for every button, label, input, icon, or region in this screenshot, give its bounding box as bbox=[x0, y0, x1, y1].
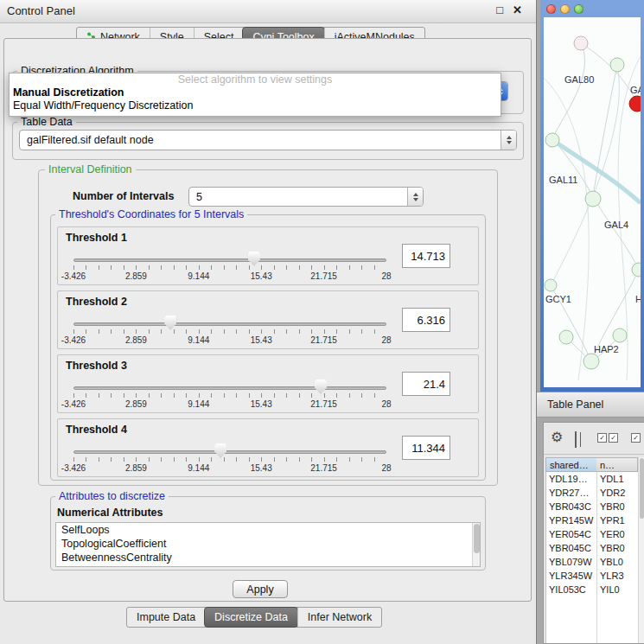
table-row-cell[interactable]: YIL053C bbox=[545, 583, 596, 596]
checkbox-icon[interactable]: ✓ bbox=[597, 433, 607, 443]
list-item-betweennesscentrality[interactable]: BetweennessCentrality bbox=[56, 551, 480, 564]
node[interactable] bbox=[613, 328, 627, 342]
tick-label: 15.43 bbox=[251, 463, 272, 473]
slider-handle[interactable] bbox=[248, 252, 260, 266]
combo-stepper-icon[interactable] bbox=[501, 131, 516, 150]
tick-label: 9.144 bbox=[188, 271, 209, 281]
table-row-cell[interactable]: YBL0 bbox=[596, 555, 638, 569]
tick-label: 15.43 bbox=[251, 271, 272, 281]
slider-track[interactable] bbox=[73, 386, 386, 390]
attributes-group-title: Attributes to discretize bbox=[55, 490, 169, 502]
column-header-shared-name[interactable]: shared… bbox=[545, 457, 597, 472]
minimize-traffic-light-icon[interactable] bbox=[560, 4, 570, 14]
control-panel-titlebar[interactable]: Control Panel □ ✕ bbox=[0, 0, 536, 23]
tab-infer-network[interactable]: Infer Network bbox=[297, 608, 381, 627]
table-row-cell[interactable]: YBR045C bbox=[545, 541, 596, 555]
node[interactable] bbox=[583, 354, 599, 369]
table-row-cell[interactable]: YLR3 bbox=[596, 569, 638, 583]
node[interactable] bbox=[585, 191, 601, 207]
slider-handle[interactable] bbox=[214, 443, 226, 458]
table-data-combobox[interactable]: galFiltered.sif default node bbox=[19, 130, 517, 150]
network-window-titlebar[interactable] bbox=[540, 0, 644, 17]
table-scrollbar-thumb[interactable] bbox=[640, 458, 644, 519]
table-row-cell[interactable]: YIL0 bbox=[596, 583, 638, 596]
table-row-cell[interactable]: YBR043C bbox=[545, 500, 596, 513]
threshold-name: Threshold 2 bbox=[66, 296, 127, 308]
checkbox-icon[interactable]: ✓ bbox=[631, 433, 641, 443]
selected-node[interactable] bbox=[629, 96, 641, 112]
popup-item-equal-width-frequency[interactable]: Equal Width/Frequency Discretization bbox=[10, 99, 501, 112]
threshold-panel-2: Threshold 2 -3.426 2.859 9.144 15.43 21.… bbox=[57, 290, 479, 349]
table-row-cell[interactable]: YBL079W bbox=[545, 555, 596, 569]
slider-ticks bbox=[73, 329, 386, 334]
popup-item-manual-discretization[interactable]: Manual Discretization bbox=[10, 86, 501, 99]
checkbox-icon[interactable]: ✓ bbox=[609, 433, 618, 443]
node[interactable] bbox=[545, 279, 557, 291]
node[interactable] bbox=[632, 263, 641, 277]
table-row-cell[interactable]: YDL1 bbox=[596, 472, 638, 486]
threshold-panel-1: Threshold 1 -3.426 2.859 9.144 15.43 21.… bbox=[57, 226, 479, 285]
tick-label: 15.43 bbox=[251, 399, 272, 409]
table-row-cell[interactable]: YER0 bbox=[596, 527, 638, 541]
float-window-icon[interactable]: □ bbox=[496, 3, 503, 16]
node[interactable] bbox=[574, 36, 588, 50]
number-of-intervals-combobox[interactable]: 5 bbox=[188, 187, 424, 207]
threshold-slider[interactable]: -3.426 2.859 9.144 15.43 21.715 28 bbox=[73, 378, 386, 412]
tick-label: -3.426 bbox=[61, 335, 86, 345]
table-row-cell[interactable]: YBR0 bbox=[596, 500, 638, 513]
column-header-name[interactable]: n… bbox=[596, 457, 638, 472]
gear-icon[interactable]: ⚙ bbox=[551, 429, 563, 445]
list-scrollbar[interactable] bbox=[472, 523, 480, 566]
slider-track[interactable] bbox=[73, 322, 386, 326]
list-scrollbar-thumb[interactable] bbox=[474, 524, 480, 553]
table-row-cell[interactable]: YPR1 bbox=[596, 513, 638, 527]
table-panel-header[interactable]: Table Panel bbox=[537, 392, 644, 418]
threshold-value-input[interactable] bbox=[402, 436, 450, 460]
slider-track[interactable] bbox=[73, 258, 386, 262]
tick-label: 9.144 bbox=[188, 335, 209, 345]
tick-label: -3.426 bbox=[61, 463, 86, 473]
node[interactable] bbox=[559, 330, 573, 344]
tick-label: 21.715 bbox=[310, 271, 337, 281]
table-row-cell[interactable]: YLR345W bbox=[545, 569, 596, 583]
node-label: HAP2 bbox=[594, 344, 619, 354]
network-canvas[interactable]: GAL80 GA GAL11 GAL4 GCY1 H HAP2 bbox=[544, 17, 641, 387]
slider-handle[interactable] bbox=[164, 316, 176, 330]
table-row-cell[interactable]: YDR27… bbox=[545, 486, 596, 500]
table-data-group-title: Table Data bbox=[17, 116, 76, 128]
list-item-topologicalcoefficient[interactable]: TopologicalCoefficient bbox=[56, 537, 480, 551]
window-title: Control Panel bbox=[7, 4, 75, 17]
tick-label: 15.43 bbox=[251, 335, 272, 345]
table-scrollbar[interactable] bbox=[638, 457, 644, 643]
threshold-slider[interactable]: -3.426 2.859 9.144 15.43 21.715 28 bbox=[73, 442, 386, 476]
slider-track[interactable] bbox=[73, 450, 386, 454]
table-row-cell[interactable]: YBR0 bbox=[596, 541, 638, 555]
tab-discretize-data[interactable]: Discretize Data bbox=[204, 607, 298, 628]
tick-label: 2.859 bbox=[125, 271, 147, 281]
table-row-cell[interactable]: YDL19… bbox=[545, 472, 596, 486]
table-row-cell[interactable]: YPR145W bbox=[545, 513, 596, 527]
columns-icon[interactable] bbox=[575, 431, 577, 448]
close-traffic-light-icon[interactable] bbox=[546, 4, 556, 14]
threshold-name: Threshold 3 bbox=[66, 360, 127, 372]
control-panel-window: Control Panel □ ✕ Network Style Select C bbox=[0, 0, 537, 644]
bottom-tabstrip: Impute Data Discretize Data Infer Networ… bbox=[126, 607, 382, 628]
close-icon[interactable]: ✕ bbox=[513, 3, 522, 16]
apply-button[interactable]: Apply bbox=[233, 580, 288, 598]
tab-impute-data[interactable]: Impute Data bbox=[127, 608, 205, 627]
table-row-cell[interactable]: YDR2 bbox=[596, 486, 638, 500]
threshold-slider[interactable]: -3.426 2.859 9.144 15.43 21.715 28 bbox=[73, 314, 386, 348]
screen: Control Panel □ ✕ Network Style Select C bbox=[0, 0, 644, 644]
threshold-value-input[interactable] bbox=[402, 308, 450, 332]
node[interactable] bbox=[610, 58, 624, 72]
combo-stepper-icon[interactable] bbox=[407, 188, 423, 206]
tab-discretize-data-label: Discretize Data bbox=[214, 611, 288, 623]
node[interactable] bbox=[545, 133, 559, 147]
slider-handle[interactable] bbox=[315, 379, 327, 394]
table-row-cell[interactable]: YER054C bbox=[545, 527, 596, 541]
threshold-value-input[interactable] bbox=[402, 244, 450, 268]
list-item-selfloops[interactable]: SelfLoops bbox=[56, 523, 480, 537]
threshold-value-input[interactable] bbox=[402, 372, 450, 396]
threshold-slider[interactable]: -3.426 2.859 9.144 15.43 21.715 28 bbox=[73, 250, 386, 284]
zoom-traffic-light-icon[interactable] bbox=[574, 4, 583, 14]
